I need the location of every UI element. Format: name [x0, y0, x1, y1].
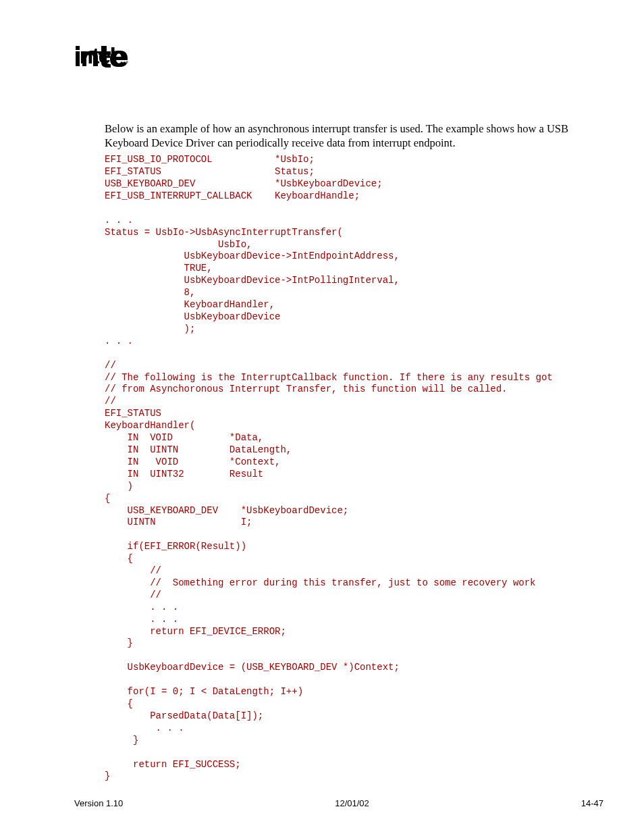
intel-logo: intel R: [74, 41, 603, 68]
footer-version: Version 1.10: [74, 798, 123, 808]
document-page: intel R Below is an example of how an as…: [0, 0, 644, 834]
svg-text:intel: intel: [74, 43, 115, 68]
code-block: EFI_USB_IO_PROTOCOL *UsbIo; EFI_STATUS S…: [105, 154, 603, 783]
page-footer: Version 1.10 12/01/02 14-47: [74, 798, 603, 808]
footer-date: 12/01/02: [335, 798, 369, 808]
footer-page: 14-47: [581, 798, 603, 808]
intro-paragraph: Below is an example of how an asynchrono…: [105, 122, 603, 150]
